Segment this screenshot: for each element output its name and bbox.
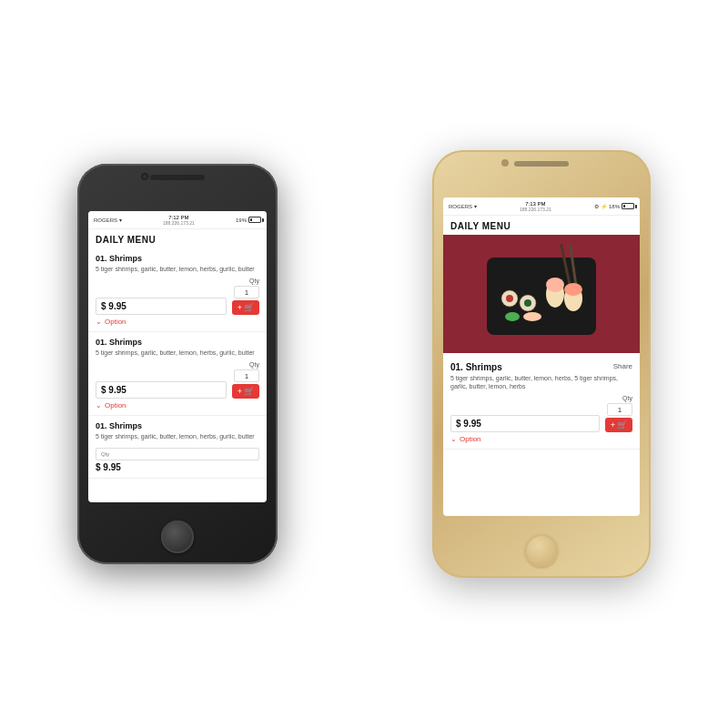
home-button-gold[interactable] — [525, 534, 558, 567]
item-1-desc: 5 tiger shrimps, garlic, butter, lemon, … — [96, 265, 259, 273]
chevron-icon-2: ⌄ — [96, 401, 102, 410]
option-row-2[interactable]: ⌄ Option — [96, 401, 259, 410]
app-title-gold: DAILY MENU — [443, 216, 640, 235]
carrier-text: ROGERS — [94, 217, 117, 223]
add-cart-btn-1[interactable]: + 🛒 — [232, 300, 259, 315]
qty-label-1: Qty — [249, 278, 259, 284]
price-block-gold: $ 9.95 — [450, 415, 600, 432]
chevron-icon-1: ⌄ — [96, 318, 102, 326]
add-cart-btn-gold[interactable]: + 🛒 — [605, 418, 632, 432]
svg-point-12 — [523, 312, 541, 321]
menu-item-3: 01. Shrimps 5 tiger shrimps, garlic, but… — [88, 416, 267, 479]
item-3-desc: 5 tiger shrimps, garlic, butter, lemon, … — [96, 432, 259, 440]
bluetooth-icon: ⚡ — [601, 203, 607, 209]
carrier-text-gold: ROGERS — [449, 204, 472, 209]
battery-icon — [248, 217, 261, 223]
menu-item-desc-gold: 5 tiger shrimps, garlic, butter, lemon, … — [450, 374, 632, 390]
qty-label-2: Qty — [249, 361, 259, 368]
menu-item-gold: 01. Shrimps Share 5 tiger shrimps, garli… — [443, 357, 640, 450]
qty-label-gold: Qty — [622, 395, 632, 401]
menu-item-title-gold: 01. Shrimps — [450, 362, 502, 372]
ip-display-gold: 188.226.173.21 — [520, 207, 551, 212]
menu-item-2: 01. Shrimps 5 tiger shrimps, garlic, but… — [88, 332, 267, 416]
menu-item-1: 01. Shrimps 5 tiger shrimps, garlic, but… — [88, 248, 267, 332]
qty-box-1[interactable]: 1 — [234, 286, 259, 298]
qty-label-3: Qty — [101, 451, 254, 457]
menu-item-bottom-gold: $ 9.95 Qty 1 + 🛒 — [450, 395, 632, 432]
add-cart-btn-2[interactable]: + 🛒 — [232, 384, 259, 399]
qty-cart-gold: Qty 1 + 🛒 — [605, 395, 632, 432]
item-2-title: 01. Shrimps — [96, 338, 259, 347]
item-2-desc: 5 tiger shrimps, garlic, butter, lemon, … — [96, 349, 259, 357]
price-3-partial: $ 9.95 — [96, 460, 259, 472]
battery-percent-gold: 18% — [609, 204, 620, 209]
price-block-2: $ 9.95 — [96, 381, 227, 399]
price-2: $ 9.95 — [101, 385, 221, 395]
cart-icon-gold: 🛒 — [617, 420, 627, 430]
carrier-signal: ROGERS ▾ — [94, 217, 122, 223]
phone-screen-gold: ROGERS ▾ 7:13 PM 188.226.173.21 ⚙ ⚡ 18% — [443, 197, 640, 516]
svg-point-4 — [506, 295, 513, 302]
sushi-svg — [469, 239, 614, 349]
option-label-gold: Option — [460, 435, 481, 443]
cart-icon-2: 🛒 — [244, 387, 254, 396]
battery-status: 19% — [236, 217, 261, 223]
option-row-1[interactable]: ⌄ Option — [96, 318, 259, 326]
share-button[interactable]: Share — [613, 362, 632, 370]
option-row-gold[interactable]: ⌄ Option — [450, 435, 632, 443]
qty-cart-2: Qty 1 + 🛒 — [232, 361, 259, 399]
home-button-black[interactable] — [161, 521, 194, 553]
price-block-1: $ 9.95 — [96, 298, 227, 315]
gold-phone: ROGERS ▾ 7:13 PM 188.226.173.21 ⚙ ⚡ 18% — [432, 150, 651, 578]
item-1-title: 01. Shrimps — [96, 254, 259, 263]
food-image — [443, 235, 640, 353]
svg-point-11 — [505, 312, 520, 321]
ip-display: 188.226.173.21 — [163, 220, 195, 226]
price-gold: $ 9.95 — [456, 419, 594, 429]
option-label-1: Option — [105, 318, 126, 326]
battery-fill — [250, 218, 252, 221]
plus-icon-gold: + — [611, 420, 615, 430]
cart-icon: 🛒 — [244, 303, 254, 312]
plus-icon-2: + — [238, 387, 242, 396]
svg-point-10 — [564, 283, 582, 296]
app-title-black: DAILY MENU — [88, 229, 267, 248]
wifi-icon-gold: ▾ — [474, 204, 477, 209]
battery-status-gold: ⚙ ⚡ 18% — [594, 203, 634, 209]
plus-icon: + — [238, 303, 242, 312]
black-phone: ROGERS ▾ 7:12 PM 188.226.173.21 19% — [77, 164, 278, 564]
svg-point-6 — [524, 299, 531, 307]
item-2-bottom: $ 9.95 Qty 1 + 🛒 — [96, 361, 259, 399]
food-image-inner — [443, 235, 640, 353]
app-content-black: DAILY MENU 01. Shrimps 5 tiger shrimps, … — [88, 229, 267, 502]
wifi-icon: ▾ — [119, 217, 122, 223]
battery-icon-gold — [622, 203, 634, 209]
qty-box-2[interactable]: 1 — [234, 369, 259, 382]
status-bar-black: ROGERS ▾ 7:12 PM 188.226.173.21 19% — [88, 211, 267, 229]
menu-item-header-gold: 01. Shrimps Share — [450, 362, 632, 372]
chevron-icon-gold: ⌄ — [450, 435, 457, 443]
settings-icon: ⚙ — [594, 203, 599, 209]
item-1-bottom: $ 9.95 Qty 1 + 🛒 — [96, 278, 259, 315]
carrier-signal-gold: ROGERS ▾ — [449, 203, 477, 209]
svg-point-8 — [546, 278, 564, 292]
price-1: $ 9.95 — [101, 301, 221, 311]
qty-cart-1: Qty 1 + 🛒 — [232, 278, 259, 315]
option-label-2: Option — [105, 401, 126, 410]
qty-box-gold[interactable]: 1 — [607, 403, 632, 416]
app-content-gold: DAILY MENU — [443, 216, 640, 516]
status-bar-gold: ROGERS ▾ 7:13 PM 188.226.173.21 ⚙ ⚡ 18% — [443, 197, 640, 216]
battery-fill-gold — [623, 205, 625, 207]
phone-screen-black: ROGERS ▾ 7:12 PM 188.226.173.21 19% — [88, 211, 267, 502]
battery-percent: 19% — [236, 217, 247, 223]
item-3-title: 01. Shrimps — [96, 421, 259, 430]
